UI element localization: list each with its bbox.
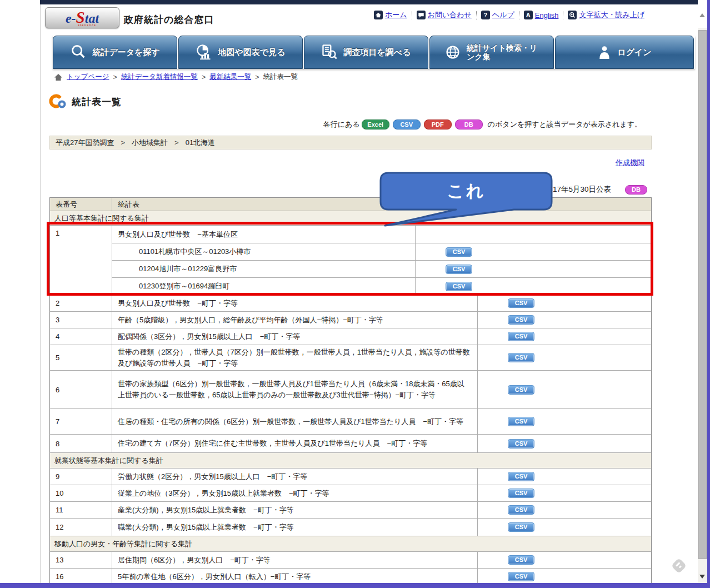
section-row-employment: 就業状態等基本集計に関する集計 — [50, 452, 651, 468]
section-row-basic-population: 人口等基本集計に関する集計 — [50, 211, 651, 225]
table-subrow: 01230登別市～01694羅臼町 CSV — [112, 277, 651, 295]
nav-login[interactable]: ログイン — [555, 36, 694, 69]
publish-date: 17年5月30日公表 — [553, 185, 611, 195]
csv-download-button[interactable]: CSV — [508, 489, 534, 498]
subrow-label: 01230登別市～01694羅臼町 — [112, 278, 416, 295]
table-row: 11 産業(大分類)，男女別15歳以上就業者数 −町丁・字等 CSV — [50, 501, 651, 518]
table-group-row-1: 1 男女別人口及び世帯数 −基本単位区 01101札幌市中央区～01203小樽市… — [50, 225, 651, 295]
divider — [412, 11, 412, 19]
site-tagline: 政府統計の総合窓口 — [124, 13, 214, 26]
survey-doc-icon — [321, 44, 338, 61]
pdf-badge: PDF — [424, 119, 452, 129]
col-header-table-no: 表番号 — [50, 198, 112, 211]
estat-logo[interactable]: e-Stat statistics — [45, 7, 119, 28]
csv-download-button[interactable]: CSV — [508, 555, 534, 565]
breadcrumb-top[interactable]: トップページ — [67, 72, 109, 82]
nav-site-search-links[interactable]: 統計サイト検索・リンク集 — [429, 36, 554, 69]
logo-subtext: statistics — [78, 23, 96, 27]
row-title: 男女別人口及び世帯数 −基本単位区 — [112, 226, 416, 243]
table-row: 16 5年前の常住地（6区分），男女別人口（転入）−町丁・字等 CSV — [50, 568, 651, 583]
col-header-stats-table: 統計表 — [112, 200, 651, 210]
divider — [476, 11, 477, 19]
table-row: 8 住宅の建て方（7区分）別住宅に住む主世帯数，主世帯人員及び1世帯当たり人員 … — [50, 434, 651, 452]
page-title: 統計表一覧 — [72, 96, 122, 108]
globe-icon — [444, 44, 461, 61]
table-row: 6 世帯の家族類型（6区分）別一般世帯数，一般世帯人員及び1世帯当たり人員（6歳… — [50, 370, 651, 408]
scroll-down-arrow[interactable] — [699, 575, 705, 579]
scroll-thumb[interactable] — [698, 30, 707, 559]
contact-icon — [417, 11, 426, 19]
dataset-region: 01北海道 — [186, 138, 215, 148]
table-row: 10 従業上の地位（3区分），男女別15歳以上就業者数 −町丁・字等 CSV — [50, 485, 651, 501]
window-frame-right — [707, 0, 710, 588]
table-row: 12 職業(大分類)，男女別15歳以上就業者数 −町丁・字等 CSV — [50, 518, 651, 536]
table-subrow: 01204旭川市～01229富良野市 CSV — [112, 260, 651, 277]
csv-download-button[interactable]: CSV — [508, 385, 534, 395]
csv-download-button[interactable]: CSV — [508, 522, 534, 532]
english-link[interactable]: AEnglish — [524, 11, 559, 19]
subrow-label: 01101札幌市中央区～01203小樽市 — [112, 243, 416, 260]
csv-download-button[interactable]: CSV — [446, 265, 472, 274]
feedly-mini-icon[interactable] — [671, 557, 687, 574]
scrollbar[interactable] — [698, 4, 707, 583]
csv-download-button[interactable]: CSV — [508, 472, 534, 481]
excel-badge: Excel — [362, 119, 389, 129]
subrow-label: 01204旭川市～01229富良野市 — [112, 261, 416, 277]
csv-download-button[interactable]: CSV — [508, 572, 534, 581]
table-row: 3 年齢（5歳階級），男女別人口，総年齢及び平均年齢（外国人−特掲）−町丁・字等… — [50, 311, 651, 328]
stats-table: 表番号 統計表 人口等基本集計に関する集計 1 男女別人口及び世帯数 −基本単位… — [49, 197, 652, 583]
browser-viewport: e-Stat statistics 政府統計の総合窓口 ホーム お問い合わせ ?… — [0, 0, 710, 588]
text-zoom-link[interactable]: 文字拡大・読み上げ — [568, 10, 644, 20]
contact-link[interactable]: お問い合わせ — [417, 10, 472, 20]
nav-maps-charts[interactable]: 地図や図表で見る — [178, 36, 303, 69]
breadcrumb-latest-results[interactable]: 最新結果一覧 — [209, 72, 251, 82]
csv-download-button[interactable]: CSV — [508, 353, 534, 362]
utility-links: ホーム お問い合わせ ?ヘルプ AEnglish 文字拡大・読み上げ — [374, 10, 644, 20]
dataset-path-bar: 平成27年国勢調査 > 小地域集計 > 01北海道 — [49, 136, 652, 150]
text-zoom-icon — [568, 11, 577, 19]
button-cell — [416, 226, 651, 243]
breadcrumb-home-icon — [54, 73, 63, 81]
page-title-icon — [48, 93, 67, 110]
dataset-aggregation: 小地域集計 — [132, 138, 168, 148]
notice-suffix: のボタンを押すと該当データが表示されます。 — [488, 119, 642, 129]
table-row: 7 住居の種類・住宅の所有の関係（6区分）別一般世帯数，一般世帯人員及び1世帯当… — [50, 408, 651, 434]
csv-download-button[interactable]: CSV — [446, 247, 472, 257]
breadcrumb: トップページ > 統計データ新着情報一覧 > 最新結果一覧 > 統計表一覧 — [54, 72, 298, 82]
table-row: 4 配偶関係（3区分），男女別15歳以上人口 −町丁・字等 CSV — [50, 328, 651, 345]
table-header-row: 表番号 統計表 — [50, 198, 651, 211]
main-nav: 統計データを探す 地図や図表で見る 調査項目を調べる 統計サイト検索・リンク集 … — [53, 36, 695, 69]
agency-link[interactable]: 作成機関 — [616, 158, 644, 168]
notice-prefix: 各行にある — [323, 119, 360, 129]
estat-page: e-Stat statistics 政府統計の総合窓口 ホーム お問い合わせ ?… — [40, 4, 698, 583]
page-title-block: 統計表一覧 — [48, 93, 122, 110]
db-button[interactable]: DB — [625, 185, 647, 195]
csv-download-button[interactable]: CSV — [508, 439, 534, 449]
english-icon: A — [524, 11, 533, 19]
csv-download-button[interactable]: CSV — [508, 417, 534, 426]
csv-download-button[interactable]: CSV — [508, 332, 534, 341]
csv-badge: CSV — [393, 119, 421, 129]
home-icon — [374, 11, 383, 19]
format-notice: 各行にある Excel CSV PDF DB のボタンを押すと該当データが表示さ… — [323, 119, 642, 129]
window-top-bar — [40, 0, 698, 4]
csv-download-button[interactable]: CSV — [508, 298, 534, 308]
nav-find-statistics[interactable]: 統計データを探す — [53, 36, 177, 69]
csv-download-button[interactable]: CSV — [446, 282, 472, 291]
table-row: 9 労働力状態（2区分），男女別15歳以上人口 −町丁・字等 CSV — [50, 468, 651, 485]
breadcrumb-new-data[interactable]: 統計データ新着情報一覧 — [121, 72, 198, 82]
breadcrumb-current: 統計表一覧 — [263, 72, 298, 82]
scroll-up-arrow[interactable] — [698, 4, 707, 28]
table-row: 2 男女別人口及び世帯数 −町丁・字等 CSV — [50, 295, 651, 311]
table-subrow: 01101札幌市中央区～01203小樽市 CSV — [112, 243, 651, 260]
csv-download-button[interactable]: CSV — [508, 505, 534, 515]
table-row: 13 居住期間（6区分），男女別人口 −町丁・字等 CSV — [50, 551, 651, 568]
divider — [519, 11, 519, 19]
home-link[interactable]: ホーム — [374, 10, 407, 20]
csv-download-button[interactable]: CSV — [508, 315, 534, 325]
nav-survey-items[interactable]: 調査項目を調べる — [304, 36, 428, 69]
logo-text: e- — [66, 11, 76, 26]
chart-icon — [196, 44, 212, 61]
window-frame-bottom — [0, 583, 710, 588]
help-link[interactable]: ?ヘルプ — [481, 10, 514, 20]
